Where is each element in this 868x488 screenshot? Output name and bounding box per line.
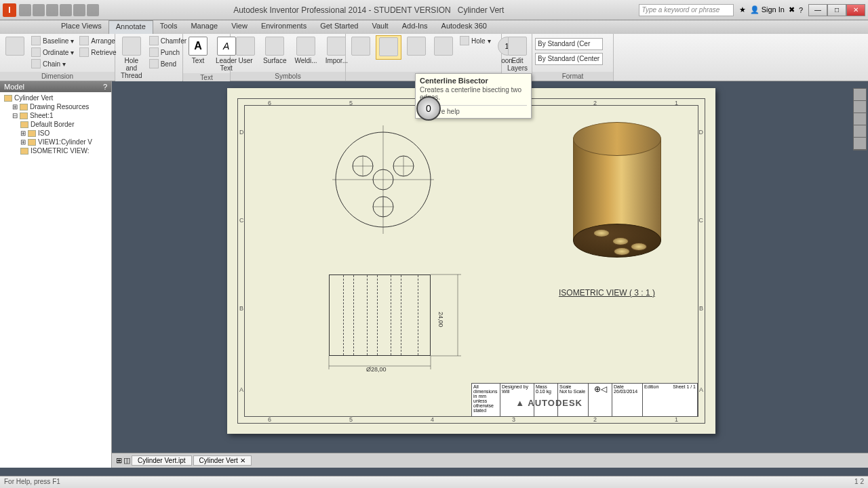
hole-thread-button[interactable]: Hole and Thread xyxy=(118,35,145,81)
tab-environments[interactable]: Environments xyxy=(254,20,313,34)
qat-print-icon[interactable] xyxy=(87,4,99,16)
chamfer-button[interactable]: Chamfer xyxy=(148,35,188,46)
ribbon: Baseline ▾ Ordinate ▾ Chain ▾ Arrange Re… xyxy=(0,34,868,81)
top-view[interactable] xyxy=(332,125,434,234)
tab-nav-icon[interactable]: ◫ xyxy=(123,456,130,465)
tooltip-title: Centerline Bisector xyxy=(420,77,527,85)
tab-tools[interactable]: Tools xyxy=(153,20,184,34)
layer-dropdown[interactable]: By Standard (Center xyxy=(535,53,603,65)
tab-get-started[interactable]: Get Started xyxy=(313,20,365,34)
isometric-view-label: ISOMETRIC VIEW ( 3 : 1 ) xyxy=(546,288,668,298)
punch-button[interactable]: Punch xyxy=(148,47,188,58)
qat-save-icon[interactable] xyxy=(46,4,58,16)
tab-add-ins[interactable]: Add-Ins xyxy=(395,20,435,34)
navigation-bar xyxy=(853,88,867,150)
retrieve-button[interactable]: Retrieve xyxy=(78,47,117,58)
tree-item[interactable]: ⊞ISO xyxy=(1,129,110,138)
doc-tab-active[interactable]: Cylinder Vert ✕ xyxy=(193,455,252,466)
zoom-icon[interactable] xyxy=(854,113,866,125)
panel-dimension-title: Dimension xyxy=(0,72,115,81)
tab-manage[interactable]: Manage xyxy=(184,20,224,34)
height-dimension: 24,00 xyxy=(437,312,444,327)
help-icon[interactable]: ? xyxy=(799,6,803,14)
drawing-canvas[interactable]: 6 5 4 3 2 1 6 5 4 3 2 1 D C B A D C B A xyxy=(112,81,868,468)
ordinate-button[interactable]: Ordinate ▾ xyxy=(30,47,75,58)
qat-new-icon[interactable] xyxy=(19,4,31,16)
browser-header: Model? xyxy=(0,81,111,92)
tree-item[interactable]: ISOMETRIC VIEW: xyxy=(1,146,110,155)
panel-format-title: Format xyxy=(532,72,613,81)
tab-autodesk-360[interactable]: Autodesk 360 xyxy=(435,20,494,34)
status-pages: 1 2 xyxy=(854,478,864,487)
edit-layers-button[interactable]: Edit Layers xyxy=(505,35,530,73)
sign-in-link[interactable]: 👤 Sign In xyxy=(750,5,785,14)
tree-item[interactable]: ⊟Sheet:1 xyxy=(1,111,110,120)
tree-item[interactable]: Default Border xyxy=(1,120,110,129)
pan-icon[interactable] xyxy=(854,101,866,113)
star-icon[interactable]: ★ xyxy=(739,5,746,14)
orbit-icon[interactable] xyxy=(854,125,866,138)
tab-place-views[interactable]: Place Views xyxy=(54,20,108,34)
title-bar: I Autodesk Inventor Professional 2014 - … xyxy=(0,0,868,20)
text-button[interactable]: AText xyxy=(186,35,210,66)
tab-vault[interactable]: Vault xyxy=(365,20,395,34)
home-icon[interactable] xyxy=(854,138,866,150)
document-tabs: ⊞ ◫ Cylinder Vert.ipt Cylinder Vert ✕ xyxy=(112,453,868,468)
front-view[interactable]: Ø28,00 24,00 xyxy=(329,274,431,356)
dimension-button[interactable] xyxy=(3,35,27,58)
tree-root[interactable]: Cylinder Vert xyxy=(1,94,110,102)
diameter-dimension: Ø28,00 xyxy=(366,366,387,373)
centerline-button[interactable] xyxy=(404,35,429,58)
qat-redo-icon[interactable] xyxy=(73,4,85,16)
centerline-bisector-button[interactable] xyxy=(376,35,401,60)
doc-tab[interactable]: Cylinder Vert.ipt xyxy=(132,455,192,466)
maximize-button[interactable]: □ xyxy=(827,4,846,16)
surface-symbol-button[interactable]: Surface xyxy=(260,35,289,66)
baseline-button[interactable]: Baseline ▾ xyxy=(30,35,75,46)
autodesk-logo: ▲ AUTODESK xyxy=(511,392,587,413)
tab-annotate[interactable]: Annotate xyxy=(108,20,153,34)
center-mark-button[interactable] xyxy=(349,35,373,58)
search-input[interactable]: Type a keyword or phrase xyxy=(639,4,734,16)
qat-undo-icon[interactable] xyxy=(60,4,72,16)
qat-open-icon[interactable] xyxy=(33,4,45,16)
drawing-sheet: 6 5 4 3 2 1 6 5 4 3 2 1 D C B A D C B A xyxy=(227,88,715,434)
tab-nav-icon[interactable]: ⊞ xyxy=(116,456,122,465)
quick-access-toolbar xyxy=(19,4,99,16)
welding-symbol-button[interactable]: Weldi... xyxy=(292,35,319,66)
dimension-style-dropdown[interactable]: By Standard (Cer xyxy=(535,38,603,50)
user-symbol-button[interactable]: User xyxy=(233,35,258,66)
status-bar: For Help, press F1 1 2 xyxy=(0,476,868,488)
tree-item[interactable]: ⊞Drawing Resources xyxy=(1,102,110,111)
close-button[interactable]: ✕ xyxy=(846,4,865,16)
bend-button[interactable]: Bend xyxy=(148,58,188,69)
panel-symbols-title: Symbols xyxy=(231,72,345,81)
ribbon-tabs: Place Views Annotate Tools Manage View E… xyxy=(0,20,868,34)
arrange-button[interactable]: Arrange xyxy=(78,35,117,46)
browser-pin-icon[interactable]: ? xyxy=(103,83,107,91)
tree-item[interactable]: ⊞VIEW1:Cylinder V xyxy=(1,138,110,146)
minimize-button[interactable]: — xyxy=(808,4,827,16)
status-help-text: For Help, press F1 xyxy=(4,478,60,487)
stopwatch-icon: 0 xyxy=(416,96,441,121)
chain-button[interactable]: Chain ▾ xyxy=(30,58,75,69)
isometric-view[interactable] xyxy=(566,122,668,271)
model-browser: Model? Cylinder Vert ⊞Drawing Resources … xyxy=(0,81,112,468)
centered-pattern-button[interactable] xyxy=(431,35,456,58)
exchange-icon[interactable]: ✖ xyxy=(789,5,795,14)
viewcube-icon[interactable] xyxy=(854,89,866,101)
hole-table-button[interactable]: Hole ▾ xyxy=(458,35,492,46)
window-title: Autodesk Inventor Professional 2014 - ST… xyxy=(99,5,639,15)
model-tree[interactable]: Cylinder Vert ⊞Drawing Resources ⊟Sheet:… xyxy=(0,92,111,468)
tab-view[interactable]: View xyxy=(224,20,254,34)
app-icon: I xyxy=(3,3,16,17)
